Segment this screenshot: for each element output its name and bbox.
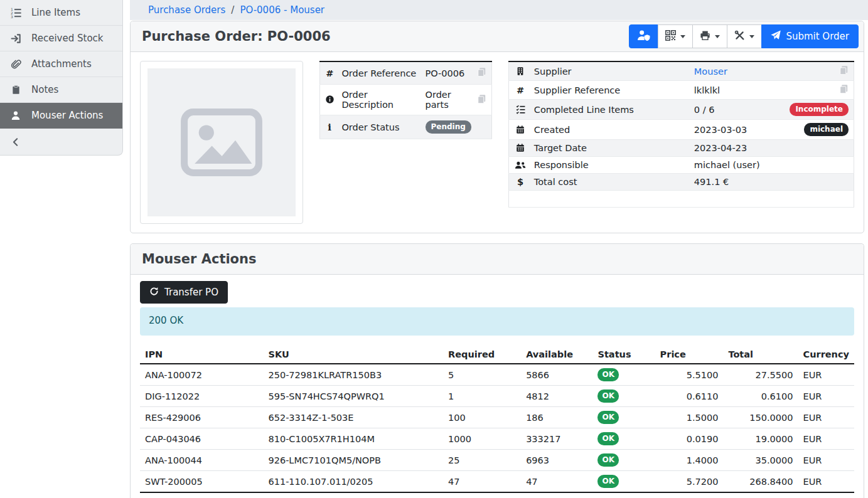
order-actions-button[interactable] — [727, 24, 762, 48]
order-description-row: Order Description Order parts — [320, 85, 492, 115]
incomplete-badge: Incomplete — [790, 103, 849, 116]
table-row: ANA-100044 926-LMC7101QM5/NOPB 25 6963 O… — [140, 450, 854, 471]
copy-icon[interactable] — [474, 85, 492, 115]
cell-total: 27.5500 — [723, 364, 798, 386]
cell-ipn: ANA-100044 — [140, 450, 263, 471]
cell-currency: EUR — [798, 450, 854, 471]
cell-available: 47 — [521, 471, 592, 493]
table-header-row: IPN SKU Required Available Status Price … — [140, 346, 854, 364]
detail-label: Supplier Reference — [532, 81, 692, 100]
purchase-order-panel: Purchase Order: PO-0006 — [130, 21, 864, 233]
breadcrumb-link-purchase-orders[interactable]: Purchase Orders — [148, 4, 225, 16]
sidebar: 123 Line Items Received Stock Attachment… — [0, 0, 123, 156]
status-badge: OK — [597, 389, 619, 403]
created-by-badge: michael — [804, 123, 849, 136]
cell-total: 268.8400 — [723, 471, 798, 493]
transfer-po-button[interactable]: Transfer PO — [140, 281, 228, 304]
cell-available: 5866 — [521, 364, 592, 386]
table-row: RES-429006 652-3314Z-1-503E 100 186 OK 1… — [140, 407, 854, 428]
cell-total: 35.0000 — [723, 450, 798, 471]
purchase-order-panel-header: Purchase Order: PO-0006 — [131, 21, 864, 52]
status-badge: OK — [597, 411, 619, 424]
detail-value: Order parts — [423, 85, 474, 115]
cell-ipn: CAP-043046 — [140, 428, 263, 450]
total-value: 501.0000 — [723, 492, 798, 498]
sidebar-item-notes[interactable]: Notes — [0, 77, 122, 103]
user-roles-button[interactable] — [629, 24, 658, 48]
order-toolbar: Submit Order — [629, 24, 859, 48]
paper-plane-icon — [771, 30, 781, 43]
cell-price: 1.5000 — [655, 407, 724, 428]
detail-value: lklklkl — [692, 81, 788, 100]
sign-in-icon — [9, 33, 22, 44]
chevron-down-icon — [749, 35, 754, 38]
image-placeholder-icon — [147, 68, 296, 216]
sidebar-collapse-button[interactable] — [0, 129, 122, 155]
order-status-badge: Pending — [426, 120, 471, 134]
cell-sku: 595-SN74HCS74QPWRQ1 — [263, 386, 443, 407]
dollar-icon: $ — [509, 174, 532, 191]
table-total-row: Total 501.0000 — [140, 492, 854, 498]
detail-value: 0 / 6 — [692, 100, 788, 120]
sidebar-item-received-stock[interactable]: Received Stock — [0, 26, 122, 51]
cell-sku: 810-C1005X7R1H104M — [263, 428, 443, 450]
main-content: Purchase Orders / PO-0006 - Mouser Purch… — [130, 0, 868, 498]
cell-currency: EUR — [798, 428, 854, 450]
cell-currency: EUR — [798, 364, 854, 386]
cell-required: 1000 — [443, 428, 521, 450]
building-icon — [509, 61, 532, 81]
mouser-actions-panel-header: Mouser Actions — [131, 244, 864, 275]
info-icon: i — [320, 115, 340, 139]
detail-label: Supplier — [532, 61, 692, 81]
column-header-price: Price — [655, 346, 724, 364]
copy-icon[interactable] — [787, 81, 854, 100]
supplier-reference-row: # Supplier Reference lklklkl — [509, 81, 854, 100]
paperclip-icon — [9, 59, 22, 70]
table-row: DIG-112022 595-SN74HCS74QPWRQ1 1 4812 OK… — [140, 386, 854, 407]
clipboard-icon — [9, 85, 22, 95]
cell-price: 5.7200 — [655, 471, 724, 493]
total-label: Total — [140, 492, 263, 498]
sidebar-item-attachments[interactable]: Attachments — [0, 51, 122, 77]
transfer-po-label: Transfer PO — [164, 287, 218, 298]
cell-required: 25 — [443, 450, 521, 471]
cell-required: 47 — [443, 471, 521, 493]
svg-text:3: 3 — [11, 14, 13, 18]
cell-required: 5 — [443, 364, 521, 386]
column-header-status: Status — [592, 346, 655, 364]
column-header-total: Total — [723, 346, 798, 364]
cell-available: 186 — [521, 407, 592, 428]
breadcrumb-link-current-order[interactable]: PO-0006 - Mouser — [240, 4, 324, 16]
copy-icon[interactable] — [474, 61, 492, 85]
column-header-sku: SKU — [263, 346, 443, 364]
print-actions-button[interactable] — [692, 24, 727, 48]
total-cost-row: $ Total cost 491.1 € — [509, 174, 854, 191]
supplier-row: Supplier Mouser — [509, 61, 854, 81]
cell-total: 19.0000 — [723, 428, 798, 450]
responsible-row: Responsible michael (user) — [509, 157, 854, 174]
detail-label: Order Reference — [339, 61, 422, 85]
cell-ipn: DIG-112022 — [140, 386, 263, 407]
part-image-card[interactable] — [140, 61, 303, 224]
supplier-link[interactable]: Mouser — [694, 66, 727, 77]
sidebar-item-label: Notes — [31, 84, 58, 95]
detail-label: Completed Line Items — [532, 100, 692, 120]
chevron-left-icon — [9, 137, 22, 147]
status-badge: OK — [597, 475, 619, 488]
cell-available: 6963 — [521, 450, 592, 471]
info-circle-icon — [320, 85, 340, 115]
breadcrumb-separator: / — [231, 4, 234, 16]
cell-required: 100 — [443, 407, 521, 428]
tools-icon — [734, 30, 745, 43]
submit-order-button[interactable]: Submit Order — [761, 24, 859, 48]
sidebar-item-mouser-actions[interactable]: Mouser Actions — [0, 103, 122, 129]
sidebar-item-line-items[interactable]: 123 Line Items — [0, 0, 122, 26]
chevron-down-icon — [680, 35, 685, 38]
barcode-actions-button[interactable] — [658, 24, 693, 48]
status-badge: OK — [597, 368, 619, 381]
cell-currency: EUR — [798, 407, 854, 428]
copy-icon[interactable] — [787, 61, 854, 81]
cell-available: 333217 — [521, 428, 592, 450]
breadcrumb: Purchase Orders / PO-0006 - Mouser — [130, 0, 868, 20]
column-header-available: Available — [521, 346, 592, 364]
